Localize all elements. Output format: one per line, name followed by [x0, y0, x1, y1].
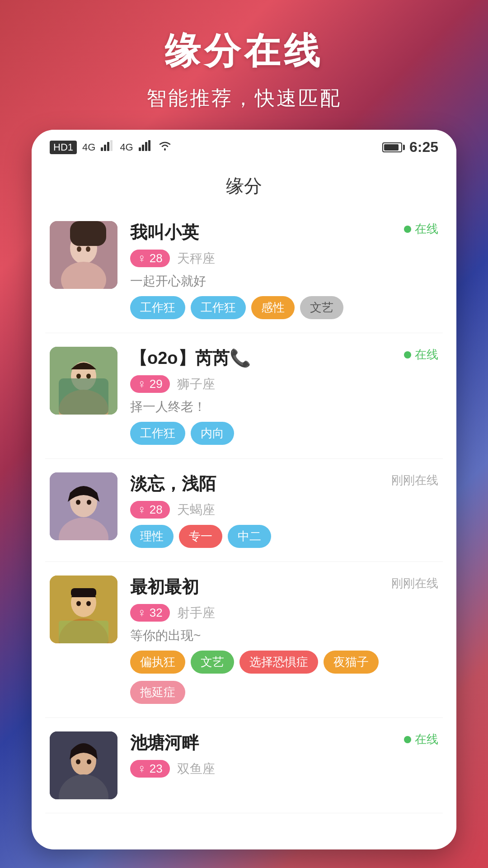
online-status: 刚刚在线: [391, 576, 438, 591]
tag: 工作狂: [130, 296, 185, 319]
user-name: 我叫小英: [130, 221, 384, 244]
online-dot: [404, 226, 411, 233]
tag: 选择恐惧症: [239, 651, 318, 674]
avatar: [50, 221, 117, 289]
tag: 工作狂: [130, 422, 185, 445]
user-name: 最初最初: [130, 576, 384, 599]
svg-point-36: [76, 760, 80, 764]
user-meta: ♀ 28 天秤座: [130, 250, 384, 267]
status-bar: HD1 4G 4G: [32, 130, 456, 160]
user-info: 【o2o】芮芮📞 ♀ 29 狮子座 择一人终老！ 工作狂 内向: [117, 347, 438, 445]
user-bio: 等你的出现~: [130, 627, 384, 644]
user-meta: ♀ 28 天蝎座: [130, 501, 384, 519]
user-bio: 择一人终老！: [130, 398, 384, 415]
svg-rect-4: [139, 147, 141, 151]
avatar: [50, 347, 117, 415]
user-meta: ♀ 23 双鱼座: [130, 760, 384, 778]
status-right: 6:25: [382, 139, 438, 156]
zodiac: 双鱼座: [177, 760, 215, 778]
user-card[interactable]: 我叫小英 ♀ 28 天秤座 一起开心就好 工作狂 工作狂 感性 文艺 在线: [45, 208, 443, 333]
tag: 中二: [228, 525, 271, 548]
svg-point-20: [86, 374, 91, 379]
svg-rect-7: [148, 140, 150, 151]
tag: 偏执狂: [130, 651, 185, 674]
zodiac: 狮子座: [177, 376, 215, 393]
tags: 偏执狂 文艺 选择恐惧症 夜猫子 拖延症: [130, 651, 384, 704]
sub-title: 智能推荐，快速匹配: [0, 85, 488, 112]
status-left: HD1 4G 4G: [50, 140, 172, 155]
tag: 夜猫子: [324, 651, 379, 674]
svg-point-19: [76, 374, 81, 379]
online-status: 刚刚在线: [391, 472, 438, 488]
tag: 感性: [251, 296, 295, 319]
tag: 文艺: [300, 296, 343, 319]
zodiac: 天秤座: [177, 250, 215, 267]
signal-4g-2: 4G: [120, 142, 133, 153]
zodiac: 射手座: [177, 604, 215, 622]
online-status: 在线: [404, 731, 438, 747]
bottom-fade: [32, 813, 456, 849]
time-display: 6:25: [409, 139, 438, 156]
user-info: 池塘河畔 ♀ 23 双鱼座: [117, 731, 438, 799]
avatar: [50, 731, 117, 799]
tag: 理性: [130, 525, 174, 548]
page-title: 缘分: [32, 160, 456, 208]
tag: 专一: [179, 525, 222, 548]
gender-age-badge: ♀ 28: [130, 501, 170, 519]
svg-rect-5: [142, 145, 144, 151]
gender-age-badge: ♀ 28: [130, 250, 170, 267]
user-info: 最初最初 ♀ 32 射手座 等你的出现~ 偏执狂 文艺 选择恐惧症 夜猫子 拖延…: [117, 576, 438, 704]
hd-badge: HD1: [50, 141, 77, 154]
user-info: 我叫小英 ♀ 28 天秤座 一起开心就好 工作狂 工作狂 感性 文艺: [117, 221, 438, 319]
online-text: 在线: [415, 731, 438, 747]
svg-point-8: [164, 149, 166, 151]
signal-bars-2: [139, 140, 152, 154]
online-dot: [404, 736, 411, 743]
online-status: 在线: [404, 221, 438, 237]
svg-rect-6: [145, 142, 147, 151]
wifi-icon: [158, 140, 172, 155]
gender-age-badge: ♀ 32: [130, 604, 170, 622]
svg-point-13: [77, 246, 81, 252]
svg-rect-32: [59, 621, 108, 643]
tag: 文艺: [191, 651, 234, 674]
user-name: 【o2o】芮芮📞: [130, 347, 384, 370]
tag: 拖延症: [130, 681, 185, 704]
user-card[interactable]: 最初最初 ♀ 32 射手座 等你的出现~ 偏执狂 文艺 选择恐惧症 夜猫子 拖延…: [45, 562, 443, 718]
svg-point-14: [86, 246, 90, 252]
svg-rect-12: [70, 221, 106, 246]
svg-rect-3: [110, 140, 113, 151]
user-name: 池塘河畔: [130, 731, 384, 755]
user-name: 淡忘，浅陌: [130, 472, 384, 495]
recent-text: 刚刚在线: [391, 576, 438, 591]
tags: 工作狂 内向: [130, 422, 384, 445]
user-card[interactable]: 【o2o】芮芮📞 ♀ 29 狮子座 择一人终老！ 工作狂 内向 在线: [45, 333, 443, 459]
svg-rect-0: [101, 147, 103, 151]
online-text: 在线: [415, 221, 438, 237]
svg-rect-1: [104, 145, 106, 151]
avatar: [50, 576, 117, 643]
user-card[interactable]: 池塘河畔 ♀ 23 双鱼座 在线: [45, 718, 443, 813]
user-meta: ♀ 32 射手座: [130, 604, 384, 622]
user-card[interactable]: 淡忘，浅陌 ♀ 28 天蝎座 理性 专一 中二 刚刚在线: [45, 459, 443, 562]
zodiac: 天蝎座: [177, 501, 215, 519]
online-status: 在线: [404, 347, 438, 363]
signal-bars-1: [101, 140, 114, 154]
gender-age-badge: ♀ 23: [130, 760, 170, 778]
svg-point-31: [86, 601, 91, 606]
svg-rect-2: [107, 142, 109, 151]
main-title: 缘分在线: [0, 27, 488, 76]
tags: 工作狂 工作狂 感性 文艺: [130, 296, 384, 319]
recent-text: 刚刚在线: [391, 472, 438, 488]
svg-point-25: [87, 500, 91, 505]
tag: 工作狂: [191, 296, 246, 319]
header-section: 缘分在线 智能推荐，快速匹配: [0, 0, 488, 130]
svg-point-30: [76, 601, 81, 606]
user-bio: 一起开心就好: [130, 273, 384, 290]
signal-4g-1: 4G: [82, 142, 95, 153]
tags: 理性 专一 中二: [130, 525, 384, 548]
svg-rect-18: [59, 378, 108, 415]
user-meta: ♀ 29 狮子座: [130, 375, 384, 393]
tag: 内向: [191, 422, 234, 445]
svg-point-37: [87, 760, 91, 764]
